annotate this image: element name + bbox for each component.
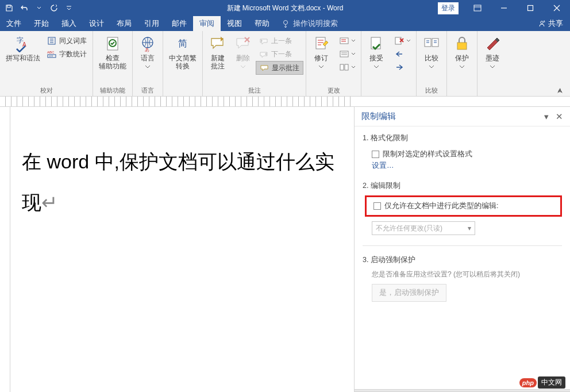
- svg-rect-0: [7, 5, 10, 7]
- tab-review[interactable]: 审阅: [193, 16, 221, 31]
- group-ink: 墨迹: [477, 31, 507, 96]
- display-for-review-dropdown[interactable]: [336, 34, 359, 47]
- group-language-label: 语言: [135, 85, 160, 95]
- tab-layout[interactable]: 布局: [110, 16, 138, 31]
- accept-button[interactable]: 接受: [364, 33, 389, 72]
- group-chinese-label: [165, 87, 200, 95]
- tab-view[interactable]: 视图: [221, 16, 248, 31]
- pane-close-icon[interactable]: ✕: [556, 112, 563, 122]
- formatting-restriction-checkbox[interactable]: [372, 151, 379, 158]
- group-compare: 比较 比较: [417, 31, 447, 96]
- login-button[interactable]: 登录: [438, 2, 459, 14]
- vertical-ruler[interactable]: [0, 107, 10, 392]
- watermark-text: 中文网: [538, 376, 565, 389]
- redo-icon[interactable]: [49, 0, 59, 16]
- language-label: 语言: [141, 54, 155, 71]
- language-button[interactable]: あ 语言: [135, 33, 160, 72]
- formatting-settings-link[interactable]: 设置…: [363, 161, 562, 171]
- undo-dropdown-icon[interactable]: [34, 0, 44, 16]
- tab-help[interactable]: 帮助: [248, 16, 276, 31]
- tell-me-label: 操作说明搜索: [293, 19, 338, 29]
- svg-text:123: 123: [49, 55, 53, 57]
- group-comments-label: 批注: [205, 85, 303, 95]
- ink-icon: [483, 34, 502, 53]
- svg-rect-20: [345, 64, 348, 70]
- spelling-label: 拼写和语法: [6, 54, 40, 62]
- undo-icon[interactable]: [20, 0, 29, 16]
- pane-options-icon[interactable]: ▾: [544, 112, 549, 122]
- check-accessibility-button[interactable]: 检查 辅助功能: [95, 33, 130, 72]
- chinese-icon: 简: [174, 34, 192, 53]
- window-controls: 登录: [438, 0, 570, 16]
- spelling-grammar-button[interactable]: 字A 拼写和语法: [2, 33, 44, 63]
- svg-text:简: 简: [178, 39, 187, 48]
- tab-file[interactable]: 文件: [0, 16, 28, 31]
- section-divider: [363, 245, 562, 246]
- thesaurus-icon: [47, 36, 56, 45]
- group-tracking: 修订 更改: [306, 31, 361, 96]
- editing-type-dropdown[interactable]: 不允许任何更改(只读) ▾: [372, 221, 475, 235]
- group-tracking-label: 更改: [309, 85, 359, 95]
- chinese-convert-button[interactable]: 简 中文简繁 转换: [165, 33, 200, 72]
- section-1-heading: 1. 格式化限制: [363, 133, 562, 143]
- thesaurus-button[interactable]: 同义词库: [44, 34, 90, 47]
- new-comment-icon: [209, 34, 227, 53]
- start-enforcement-button: 是，启动强制保护: [372, 284, 446, 302]
- restrict-editing-pane: 限制编辑 ▾ ✕ 1. 格式化限制 限制对选定的样式设置格式 设置… 2. 编辑…: [354, 107, 570, 392]
- watermark-badge: php: [519, 378, 537, 387]
- protect-button[interactable]: 保护: [449, 33, 475, 72]
- svg-text:ABC: ABC: [47, 51, 55, 54]
- save-icon[interactable]: [5, 0, 14, 16]
- word-count-button[interactable]: ABC123 字数统计: [44, 48, 90, 60]
- group-compare-label: 比较: [419, 85, 444, 95]
- maximize-icon[interactable]: [517, 0, 544, 16]
- editing-restriction-checkbox[interactable]: [373, 202, 381, 210]
- new-comment-button[interactable]: 新建 批注: [205, 33, 230, 72]
- prev-icon: [259, 36, 268, 45]
- group-chinese: 简 中文简繁 转换: [163, 31, 203, 96]
- group-language: あ 语言 语言: [133, 31, 163, 96]
- close-icon[interactable]: [544, 0, 570, 16]
- pane-header: 限制编辑 ▾ ✕: [355, 107, 570, 126]
- qat-customize-icon[interactable]: [64, 0, 74, 16]
- collapse-ribbon-icon[interactable]: ⮝: [557, 87, 568, 95]
- show-comments-button[interactable]: 显示批注: [256, 61, 303, 75]
- word-count-label: 字数统计: [59, 50, 87, 59]
- show-markup-dropdown[interactable]: [336, 48, 359, 60]
- pane-splitter[interactable]: [355, 389, 570, 392]
- minimize-icon[interactable]: [491, 0, 517, 16]
- group-protect-label: [449, 87, 475, 95]
- reject-button[interactable]: [391, 34, 414, 47]
- track-changes-button[interactable]: 修订: [309, 33, 334, 72]
- group-ink-label: [480, 87, 505, 95]
- previous-change-button[interactable]: [391, 48, 414, 60]
- svg-rect-25: [457, 43, 467, 49]
- section-2-heading: 2. 编辑限制: [363, 181, 562, 191]
- reviewing-pane-dropdown[interactable]: [336, 61, 359, 74]
- tab-design[interactable]: 设计: [83, 16, 110, 31]
- formatting-restriction-label: 限制对选定的样式设置格式: [383, 149, 472, 159]
- ink-button[interactable]: 墨迹: [480, 33, 505, 72]
- watermark: php 中文网: [519, 376, 565, 389]
- horizontal-ruler[interactable]: [0, 97, 570, 107]
- next-change-button[interactable]: [391, 61, 414, 74]
- ribbon-display-icon[interactable]: [464, 0, 491, 16]
- document-viewport[interactable]: 在 word 中,保护文档可以通过什么实现↵: [10, 107, 354, 392]
- tab-mailings[interactable]: 邮件: [165, 16, 193, 31]
- tab-references[interactable]: 引用: [138, 16, 165, 31]
- tab-insert[interactable]: 插入: [55, 16, 83, 31]
- tell-me-search[interactable]: 操作说明搜索: [276, 16, 344, 31]
- group-changes: 接受: [361, 31, 417, 96]
- tab-home[interactable]: 开始: [28, 16, 55, 31]
- share-button[interactable]: 共享: [531, 16, 570, 31]
- ribbon-tabs: 文件 开始 插入 设计 布局 引用 邮件 审阅 视图 帮助 操作说明搜索 共享: [0, 16, 570, 31]
- next-comment-button: 下一条: [256, 48, 303, 60]
- protect-icon: [453, 34, 471, 53]
- compare-button[interactable]: 比较: [419, 33, 444, 72]
- svg-rect-18: [340, 51, 348, 57]
- svg-rect-19: [340, 64, 344, 70]
- accept-label: 接受: [369, 54, 383, 71]
- editing-restriction-label: 仅允许在文档中进行此类型的编辑:: [384, 201, 498, 211]
- group-proofing: 字A 拼写和语法 同义词库 ABC123 字数统计 校对: [0, 31, 93, 96]
- compare-label: 比较: [425, 54, 438, 71]
